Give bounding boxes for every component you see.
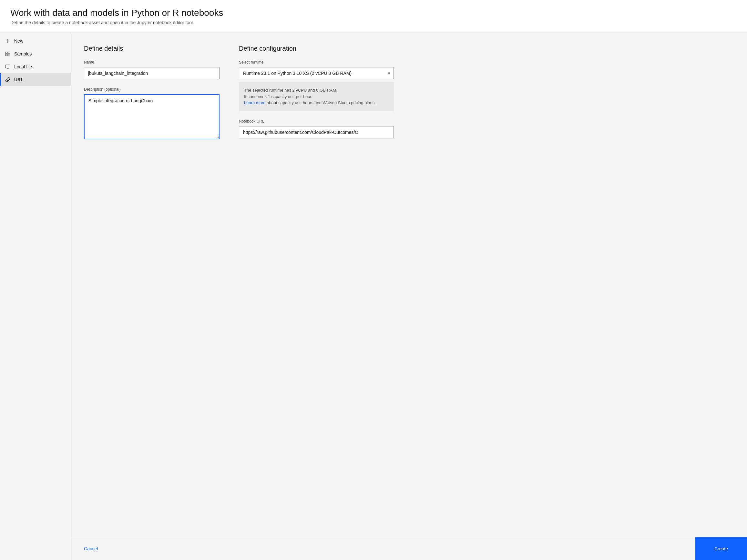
notebook-url-label: Notebook URL [239,119,394,124]
svg-rect-1 [8,52,10,54]
description-textarea[interactable]: Simple integration of LangChain [84,94,220,139]
runtime-label: Select runtime [239,60,394,64]
svg-rect-4 [5,65,10,68]
description-label: Description (optional) [84,87,220,91]
svg-rect-2 [5,54,7,56]
svg-rect-0 [5,52,7,54]
define-configuration-panel: Define configuration Select runtime Runt… [239,45,394,524]
runtime-dropdown[interactable]: Runtime 23.1 on Python 3.10 XS (2 vCPU 8… [239,67,394,79]
sidebar-item-local-file[interactable]: Local file [0,60,71,73]
footer: Cancel Create [71,537,747,560]
description-field-group: Description (optional) Simple integratio… [84,87,220,140]
runtime-info-line3: about capacity unit hours and Watson Stu… [265,100,376,105]
svg-rect-3 [8,54,10,56]
content-panels: Define details Name Description (optiona… [71,32,747,537]
define-details-panel: Define details Name Description (optiona… [84,45,239,524]
notebook-url-field-group: Notebook URL [239,119,394,138]
samples-icon [5,51,10,56]
content-area: Define details Name Description (optiona… [71,32,747,560]
runtime-field-group: Select runtime Runtime 23.1 on Python 3.… [239,60,394,111]
sidebar-item-new-label: New [14,38,23,44]
cancel-button[interactable]: Cancel [84,543,98,554]
name-label: Name [84,60,220,64]
runtime-info-line2: It consumes 1 capacity unit per hour. [244,94,312,99]
page-header: Work with data and models in Python or R… [0,0,747,32]
sidebar-item-new[interactable]: New [0,34,71,47]
sidebar-item-samples-label: Samples [14,51,32,56]
name-input[interactable] [84,67,220,79]
sidebar-item-url-label: URL [14,77,24,82]
define-configuration-title: Define configuration [239,45,394,52]
sidebar: New Samples Local file [0,32,71,560]
runtime-dropdown-wrapper: Runtime 23.1 on Python 3.10 XS (2 vCPU 8… [239,67,394,79]
link-icon [5,77,10,82]
runtime-dropdown-value: Runtime 23.1 on Python 3.10 XS (2 vCPU 8… [243,71,352,76]
runtime-info-line1: The selected runtime has 2 vCPU and 8 GB… [244,88,337,92]
plus-icon [5,38,10,44]
notebook-url-input[interactable] [239,126,394,138]
page-subtitle: Define the details to create a notebook … [10,20,737,25]
define-details-title: Define details [84,45,220,52]
sidebar-item-local-file-label: Local file [14,64,32,69]
create-button[interactable]: Create [695,537,747,560]
page-title: Work with data and models in Python or R… [10,8,737,18]
main-layout: New Samples Local file [0,32,747,560]
name-field-group: Name [84,60,220,79]
sidebar-item-samples[interactable]: Samples [0,47,71,60]
sidebar-item-url[interactable]: URL [0,73,71,86]
monitor-icon [5,64,10,69]
runtime-info-box: The selected runtime has 2 vCPU and 8 GB… [239,82,394,111]
learn-more-link[interactable]: Learn more [244,100,265,105]
